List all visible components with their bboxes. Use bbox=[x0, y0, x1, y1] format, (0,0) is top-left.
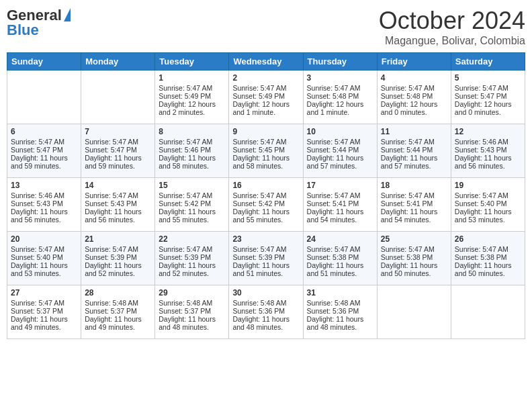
day-number: 6 bbox=[11, 127, 77, 136]
sunrise-text: Sunrise: 5:48 AM bbox=[159, 299, 225, 307]
sunset-text: Sunset: 5:39 PM bbox=[232, 253, 299, 261]
sunset-text: Sunset: 5:42 PM bbox=[232, 199, 299, 208]
day-number: 20 bbox=[11, 234, 77, 244]
day-number: 25 bbox=[381, 234, 447, 244]
sunset-text: Sunset: 5:44 PM bbox=[307, 146, 373, 154]
sunrise-text: Sunrise: 5:47 AM bbox=[381, 138, 447, 146]
calendar-cell: 6Sunrise: 5:47 AMSunset: 5:47 PMDaylight… bbox=[7, 124, 81, 178]
sunrise-text: Sunrise: 5:47 AM bbox=[232, 191, 299, 199]
calendar-cell: 14Sunrise: 5:47 AMSunset: 5:43 PMDayligh… bbox=[81, 178, 155, 232]
sunrise-text: Sunrise: 5:47 AM bbox=[159, 138, 225, 146]
calendar-week-3: 13Sunrise: 5:46 AMSunset: 5:43 PMDayligh… bbox=[7, 178, 525, 232]
daylight-text: Daylight: 11 hours and 57 minutes. bbox=[381, 154, 447, 170]
logo-text-blue: Blue bbox=[7, 21, 39, 39]
sunset-text: Sunset: 5:39 PM bbox=[159, 253, 225, 261]
daylight-text: Daylight: 11 hours and 56 minutes. bbox=[455, 154, 521, 170]
daylight-text: Daylight: 11 hours and 58 minutes. bbox=[159, 154, 225, 170]
sunrise-text: Sunrise: 5:47 AM bbox=[85, 138, 151, 146]
sunset-text: Sunset: 5:45 PM bbox=[232, 146, 299, 154]
sunrise-text: Sunrise: 5:47 AM bbox=[11, 299, 77, 307]
calendar-cell: 10Sunrise: 5:47 AMSunset: 5:44 PMDayligh… bbox=[303, 124, 377, 178]
calendar-cell: 11Sunrise: 5:47 AMSunset: 5:44 PMDayligh… bbox=[377, 124, 451, 178]
sunrise-text: Sunrise: 5:47 AM bbox=[159, 245, 225, 253]
day-number: 11 bbox=[381, 127, 447, 136]
day-number: 26 bbox=[455, 234, 521, 244]
calendar-week-1: 1Sunrise: 5:47 AMSunset: 5:49 PMDaylight… bbox=[7, 71, 525, 124]
calendar-cell: 25Sunrise: 5:47 AMSunset: 5:38 PMDayligh… bbox=[377, 232, 451, 285]
sunset-text: Sunset: 5:42 PM bbox=[159, 199, 225, 208]
sunrise-text: Sunrise: 5:48 AM bbox=[232, 299, 299, 307]
sunset-text: Sunset: 5:38 PM bbox=[307, 253, 373, 261]
calendar-cell: 23Sunrise: 5:47 AMSunset: 5:39 PMDayligh… bbox=[229, 232, 303, 285]
sunset-text: Sunset: 5:43 PM bbox=[455, 146, 521, 154]
sunrise-text: Sunrise: 5:47 AM bbox=[381, 245, 447, 253]
calendar-cell: 3Sunrise: 5:47 AMSunset: 5:48 PMDaylight… bbox=[303, 71, 377, 124]
sunset-text: Sunset: 5:37 PM bbox=[85, 307, 151, 315]
daylight-text: Daylight: 11 hours and 51 minutes. bbox=[232, 261, 299, 277]
daylight-text: Daylight: 11 hours and 57 minutes. bbox=[307, 154, 373, 170]
day-number: 8 bbox=[159, 127, 225, 136]
sunrise-text: Sunrise: 5:47 AM bbox=[11, 138, 77, 146]
day-number: 28 bbox=[85, 288, 151, 298]
daylight-text: Daylight: 11 hours and 49 minutes. bbox=[11, 315, 77, 331]
calendar-header-row: Sunday Monday Tuesday Wednesday Thursday… bbox=[7, 53, 525, 71]
day-number: 4 bbox=[381, 73, 447, 83]
calendar-cell bbox=[451, 285, 525, 339]
calendar-cell: 20Sunrise: 5:47 AMSunset: 5:40 PMDayligh… bbox=[7, 232, 81, 285]
daylight-text: Daylight: 12 hours and 2 minutes. bbox=[159, 100, 225, 116]
sunset-text: Sunset: 5:47 PM bbox=[85, 146, 151, 154]
col-tuesday: Tuesday bbox=[155, 53, 229, 71]
calendar-cell: 29Sunrise: 5:48 AMSunset: 5:37 PMDayligh… bbox=[155, 285, 229, 339]
sunrise-text: Sunrise: 5:47 AM bbox=[232, 138, 299, 146]
sunrise-text: Sunrise: 5:47 AM bbox=[11, 245, 77, 253]
calendar-cell: 2Sunrise: 5:47 AMSunset: 5:49 PMDaylight… bbox=[229, 71, 303, 124]
daylight-text: Daylight: 11 hours and 50 minutes. bbox=[455, 261, 521, 277]
sunset-text: Sunset: 5:44 PM bbox=[381, 146, 447, 154]
calendar-cell: 31Sunrise: 5:48 AMSunset: 5:36 PMDayligh… bbox=[303, 285, 377, 339]
day-number: 3 bbox=[307, 73, 373, 83]
daylight-text: Daylight: 11 hours and 56 minutes. bbox=[85, 208, 151, 224]
daylight-text: Daylight: 11 hours and 53 minutes. bbox=[11, 261, 77, 277]
day-number: 18 bbox=[381, 181, 447, 190]
sunrise-text: Sunrise: 5:47 AM bbox=[307, 191, 373, 199]
calendar-cell bbox=[377, 285, 451, 339]
daylight-text: Daylight: 11 hours and 56 minutes. bbox=[11, 208, 77, 224]
day-number: 24 bbox=[307, 234, 373, 244]
day-number: 10 bbox=[307, 127, 373, 136]
daylight-text: Daylight: 12 hours and 0 minutes. bbox=[381, 100, 447, 116]
day-number: 23 bbox=[232, 234, 299, 244]
daylight-text: Daylight: 11 hours and 55 minutes. bbox=[159, 208, 225, 224]
sunset-text: Sunset: 5:46 PM bbox=[159, 146, 225, 154]
day-number: 15 bbox=[159, 181, 225, 190]
calendar-cell: 1Sunrise: 5:47 AMSunset: 5:49 PMDaylight… bbox=[155, 71, 229, 124]
calendar-cell: 16Sunrise: 5:47 AMSunset: 5:42 PMDayligh… bbox=[229, 178, 303, 232]
sunrise-text: Sunrise: 5:48 AM bbox=[307, 299, 373, 307]
sunset-text: Sunset: 5:36 PM bbox=[232, 307, 299, 315]
calendar-cell bbox=[81, 71, 155, 124]
sunset-text: Sunset: 5:48 PM bbox=[381, 92, 447, 100]
sunrise-text: Sunrise: 5:47 AM bbox=[455, 191, 521, 199]
sunrise-text: Sunrise: 5:47 AM bbox=[159, 191, 225, 199]
calendar-cell: 27Sunrise: 5:47 AMSunset: 5:37 PMDayligh… bbox=[7, 285, 81, 339]
calendar-cell: 7Sunrise: 5:47 AMSunset: 5:47 PMDaylight… bbox=[81, 124, 155, 178]
sunrise-text: Sunrise: 5:47 AM bbox=[307, 245, 373, 253]
day-number: 22 bbox=[159, 234, 225, 244]
sunset-text: Sunset: 5:40 PM bbox=[455, 199, 521, 208]
daylight-text: Daylight: 11 hours and 58 minutes. bbox=[232, 154, 299, 170]
logo-triangle-icon bbox=[64, 8, 71, 21]
calendar-cell: 15Sunrise: 5:47 AMSunset: 5:42 PMDayligh… bbox=[155, 178, 229, 232]
daylight-text: Daylight: 12 hours and 0 minutes. bbox=[455, 100, 521, 116]
sunset-text: Sunset: 5:38 PM bbox=[381, 253, 447, 261]
sunrise-text: Sunrise: 5:47 AM bbox=[159, 84, 225, 92]
sunrise-text: Sunrise: 5:47 AM bbox=[307, 138, 373, 146]
calendar-cell: 13Sunrise: 5:46 AMSunset: 5:43 PMDayligh… bbox=[7, 178, 81, 232]
logo: General Blue bbox=[7, 7, 71, 39]
sunrise-text: Sunrise: 5:47 AM bbox=[381, 84, 447, 92]
sunset-text: Sunset: 5:43 PM bbox=[11, 199, 77, 208]
month-title: October 2024 bbox=[379, 7, 525, 35]
sunrise-text: Sunrise: 5:47 AM bbox=[455, 84, 521, 92]
sunrise-text: Sunrise: 5:46 AM bbox=[11, 191, 77, 199]
daylight-text: Daylight: 12 hours and 1 minute. bbox=[232, 100, 299, 116]
calendar-cell: 28Sunrise: 5:48 AMSunset: 5:37 PMDayligh… bbox=[81, 285, 155, 339]
sunset-text: Sunset: 5:38 PM bbox=[455, 253, 521, 261]
